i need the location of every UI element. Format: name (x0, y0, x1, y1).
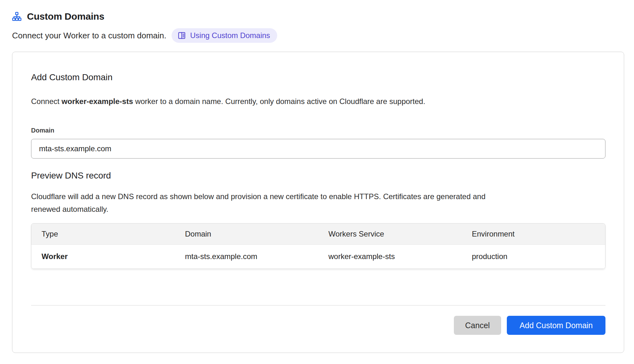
page-title: Custom Domains (27, 11, 104, 22)
card-actions: Cancel Add Custom Domain (31, 316, 605, 335)
cell-environment: production (462, 244, 605, 269)
page-subtitle: Connect your Worker to a custom domain. (12, 31, 167, 41)
worker-name: worker-example-sts (62, 97, 133, 106)
preview-section-description: Cloudflare will add a new DNS record as … (31, 190, 507, 216)
dns-preview-table: Type Domain Workers Service Environment … (31, 223, 605, 269)
column-header-environment: Environment (462, 224, 605, 244)
description-prefix: Connect (31, 97, 62, 106)
table-header-row: Type Domain Workers Service Environment (31, 224, 605, 244)
cell-domain: mta-sts.example.com (175, 244, 318, 269)
footer-divider (31, 305, 605, 306)
page-header: Custom Domains (12, 10, 624, 23)
description-suffix: worker to a domain name. Currently, only… (133, 97, 425, 106)
domain-field-label: Domain (31, 126, 605, 134)
add-section-heading: Add Custom Domain (31, 72, 605, 83)
table-row: Worker mta-sts.example.com worker-exampl… (31, 244, 605, 269)
column-header-domain: Domain (175, 224, 318, 244)
add-custom-domain-button[interactable]: Add Custom Domain (507, 316, 605, 335)
cell-type: Worker (31, 244, 175, 269)
column-header-workers-service: Workers Service (318, 224, 462, 244)
cancel-button[interactable]: Cancel (454, 316, 501, 335)
add-custom-domain-card: Add Custom Domain Connect worker-example… (12, 52, 624, 353)
subtitle-row: Connect your Worker to a custom domain. … (12, 28, 624, 43)
domain-input[interactable] (31, 139, 605, 159)
preview-section-heading: Preview DNS record (31, 170, 605, 181)
column-header-type: Type (31, 224, 175, 244)
docs-link-label: Using Custom Domains (190, 31, 270, 40)
page: Custom Domains Connect your Worker to a … (0, 0, 634, 353)
add-section-description: Connect worker-example-sts worker to a d… (31, 95, 605, 108)
open-book-icon (177, 31, 186, 40)
cell-workers-service: worker-example-sts (318, 244, 462, 269)
docs-link-badge[interactable]: Using Custom Domains (172, 28, 277, 43)
sitemap-icon (12, 11, 22, 22)
